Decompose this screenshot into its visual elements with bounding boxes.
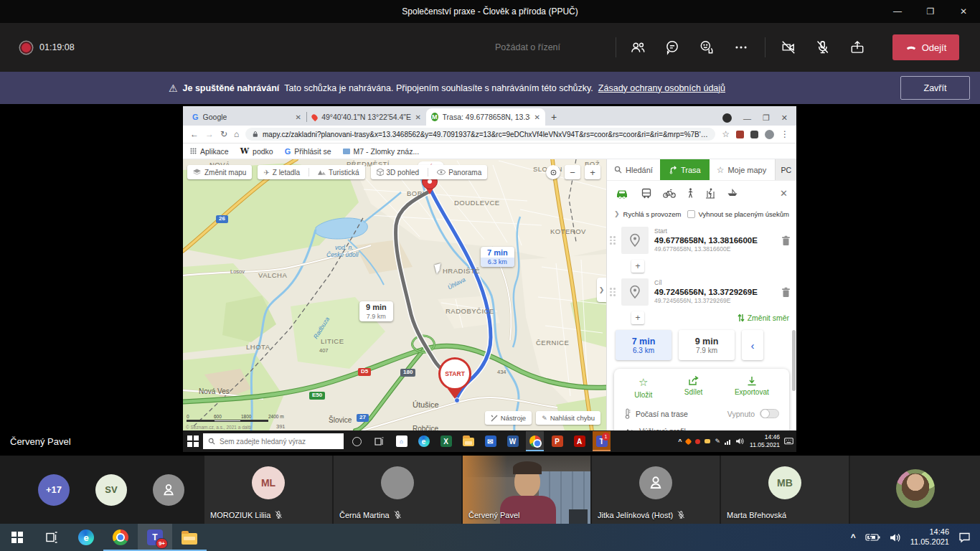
tray-app-icon[interactable] — [695, 439, 700, 444]
participant-tile-cerna[interactable]: Černá Martina — [334, 456, 461, 524]
explorer-button[interactable] — [172, 524, 207, 551]
share-route-button[interactable]: Sdílet — [684, 376, 703, 399]
locate-button[interactable] — [546, 165, 560, 179]
minimize-button[interactable]: — — [881, 0, 914, 23]
banner-close-button[interactable]: Zavřít — [900, 76, 970, 100]
tray-avast-icon[interactable] — [685, 438, 692, 445]
map[interactable]: NOVÁ PŘEDMĚSTÍ SLOVAN BOŽ BORY DOUDLEVCE… — [183, 159, 606, 430]
shared-clock[interactable]: 14:46 11.05.2021 — [748, 433, 780, 448]
tray-network-icon[interactable] — [725, 438, 732, 445]
route-type[interactable]: Rychlá s provozem — [623, 210, 682, 218]
route-option-fast[interactable]: 7 min 6.3 km — [616, 330, 672, 360]
reactions-button[interactable] — [694, 35, 719, 60]
tab-close-icon[interactable]: ✕ — [415, 113, 421, 121]
tab-route[interactable]: Trasa — [660, 159, 710, 180]
zoom-out-button[interactable]: − — [565, 165, 580, 179]
back-icon[interactable]: ← — [190, 129, 199, 139]
swap-direction-button[interactable]: Změnit směr — [738, 314, 789, 322]
participant-avatar-anon[interactable] — [153, 474, 184, 506]
home-icon[interactable]: ⌂ — [234, 129, 239, 139]
camera-off-button[interactable] — [776, 35, 801, 60]
tab-mymaps[interactable]: ☆ Moje mapy — [710, 159, 774, 180]
export-route-button[interactable]: Exportovat — [735, 376, 769, 399]
mode-bus-icon[interactable] — [641, 188, 651, 199]
participant-avatar-sv[interactable]: SV — [95, 474, 127, 506]
pc-button[interactable]: PC — [775, 159, 796, 180]
participant-tile-brehovska[interactable]: MB Marta Břehovská — [721, 456, 849, 524]
word-icon[interactable]: W — [504, 431, 522, 451]
powerpoint-icon[interactable]: P — [548, 431, 566, 451]
browser-menu-icon[interactable]: ⋮ — [781, 129, 789, 139]
excel-icon[interactable]: X — [437, 431, 455, 451]
mode-car-icon[interactable] — [616, 188, 630, 199]
delete-start-icon[interactable] — [781, 235, 791, 246]
avoid-toll-checkbox[interactable] — [687, 210, 695, 218]
tray-chevron-icon[interactable]: ^ — [851, 532, 856, 542]
browser-minimize-icon[interactable]: — — [743, 114, 751, 123]
action-center-icon[interactable] — [958, 532, 971, 543]
participant-tile-jelinkova[interactable]: Jitka Jelínková (Host) — [592, 456, 720, 524]
participant-tile-cerveny-video[interactable]: Červený Pavel — [463, 456, 590, 524]
panel-collapse-handle[interactable]: ❯ — [597, 278, 606, 302]
weather-toggle[interactable] — [760, 409, 779, 418]
route-option-alt[interactable]: 9 min 7.9 km — [679, 330, 735, 360]
delete-destination-icon[interactable] — [781, 287, 791, 298]
mic-off-button[interactable] — [811, 35, 835, 60]
tab-search[interactable]: Hledání — [607, 159, 660, 180]
tray-folder-icon[interactable] — [705, 439, 710, 443]
route-bubble-alt[interactable]: 9 min 7.9 km — [359, 301, 393, 321]
add-waypoint-button[interactable]: + — [631, 311, 644, 324]
browser-tab-route[interactable]: M Trasa: 49.6778658N, 13.38166... ✕ — [426, 108, 545, 126]
clock[interactable]: 14:46 11.05.2021 — [910, 527, 949, 547]
start-button[interactable] — [0, 524, 34, 551]
close-panel-icon[interactable]: ✕ — [780, 188, 788, 199]
alternatives-back-button[interactable]: ‹ — [742, 330, 763, 360]
mail-icon[interactable]: ✉ — [481, 431, 499, 451]
drag-handle[interactable] — [610, 236, 616, 245]
mode-boat-icon[interactable] — [727, 189, 738, 197]
shared-search-input[interactable] — [220, 438, 339, 446]
bookmark-podko[interactable]: W podko — [240, 146, 273, 156]
tray-pen-icon[interactable]: ✎ — [715, 438, 720, 445]
tray-volume-icon[interactable] — [736, 438, 744, 445]
profile-avatar[interactable] — [765, 130, 774, 139]
bookmark-star-icon[interactable]: ☆ — [722, 129, 730, 139]
bookmark-apps[interactable]: Aplikace — [190, 147, 229, 156]
battery-icon[interactable] — [865, 532, 881, 542]
more-options-button[interactable] — [729, 35, 753, 60]
restore-button[interactable]: ❐ — [914, 0, 947, 23]
task-view-icon[interactable] — [370, 431, 388, 451]
edge-icon[interactable]: e — [415, 431, 433, 451]
chat-button[interactable] — [660, 35, 684, 60]
browser-tab-coords[interactable]: 49°40'40.1"N 13°22'54.4"E – Ma.. ✕ — [307, 108, 426, 126]
waypoint-start[interactable]: Start 49.6778658N, 13.3816600E 49.677865… — [607, 222, 796, 258]
zoom-in-button[interactable]: + — [585, 165, 600, 179]
mode-bike-icon[interactable] — [663, 189, 676, 198]
browser-close-icon[interactable]: ✕ — [781, 113, 788, 123]
store-icon[interactable]: ⌂ — [392, 431, 410, 451]
bookmark-login[interactable]: G Přihlásit se — [285, 147, 331, 156]
touch-keyboard-icon[interactable] — [784, 438, 793, 446]
shared-search-box[interactable] — [203, 433, 344, 449]
tab-close-icon[interactable]: ✕ — [534, 113, 540, 121]
privacy-policy-link[interactable]: Zásady ochrany osobních údajů — [598, 83, 725, 93]
share-button[interactable] — [845, 35, 870, 60]
participants-button[interactable] — [626, 35, 650, 60]
cortana-icon[interactable] — [348, 431, 366, 451]
bookmark-m7[interactable]: M7 - Zlomky znáz... — [343, 147, 420, 156]
chrome-button[interactable] — [103, 524, 138, 551]
waypoint-destination[interactable]: Cíl 49.7245656N, 13.3729269E 49.7245656N… — [607, 274, 796, 310]
aerial-button[interactable]: ✈Z letadla — [263, 169, 300, 176]
add-waypoint-button[interactable]: + — [631, 260, 644, 273]
browser-profile-icon[interactable] — [722, 113, 732, 123]
forward-icon[interactable]: → — [205, 129, 214, 139]
avoid-toll-option[interactable]: Vyhnout se placeným úsekům — [687, 210, 789, 218]
start-pin[interactable]: START — [438, 357, 473, 400]
expand-chevron-icon[interactable]: ❯ — [614, 210, 620, 217]
mode-ski-icon[interactable] — [705, 188, 715, 199]
change-map-button[interactable]: Změnit mapu — [187, 165, 252, 179]
tourist-button[interactable]: Turistická — [318, 169, 359, 176]
request-control-button[interactable]: Požádat o řízení — [495, 23, 560, 72]
report-error-button[interactable]: ✎ Nahlásit chybu — [536, 411, 600, 425]
view3d-button[interactable]: 3D pohled — [377, 169, 420, 176]
